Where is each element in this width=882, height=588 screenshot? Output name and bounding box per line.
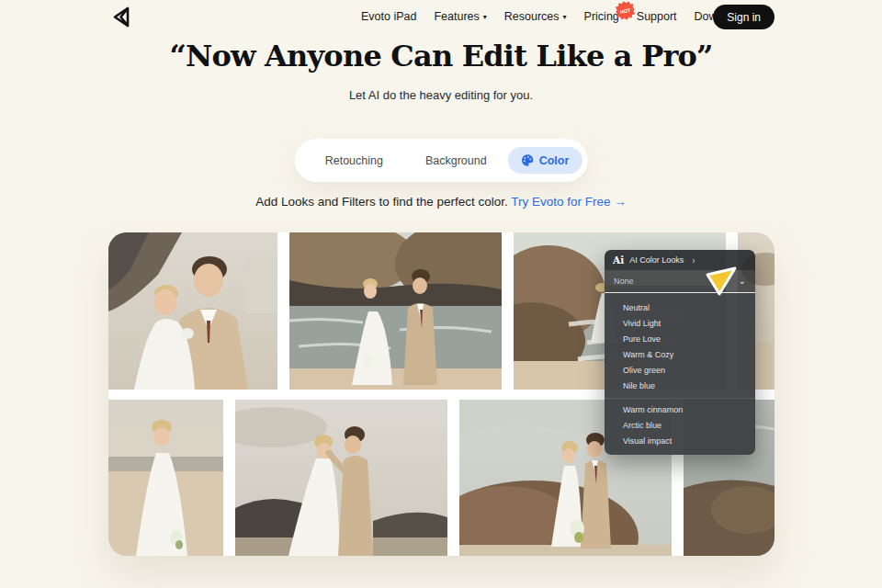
evoto-logo-icon[interactable] [109, 5, 134, 29]
arrow-right-icon: → [614, 195, 627, 209]
panel-title: AI Color Looks [629, 255, 684, 265]
cta-line: Add Looks and Filters to find the perfec… [0, 195, 882, 209]
nav-item-features[interactable]: Features▾ [434, 10, 486, 23]
nav-item-evoto-ipad[interactable]: Evoto iPad [361, 10, 416, 23]
chevron-down-icon: ▾ [483, 13, 487, 21]
nav-item-resources[interactable]: Resources▾ [504, 10, 567, 23]
page-title: “Now Anyone Can Edit Like a Pro” [0, 39, 882, 74]
chevron-down-icon: ▾ [563, 13, 567, 21]
look-option-arctic-blue[interactable]: Arctic blue [605, 418, 755, 434]
look-option-pure-love[interactable]: Pure Love [605, 332, 755, 347]
nav-item-pricing[interactable]: PricingHOT [584, 10, 619, 23]
look-option-vivid-light[interactable]: Vivid Light [605, 316, 755, 332]
page-subtitle: Let AI do the heavy editing for you. [0, 88, 882, 102]
chevron-right-icon: › [692, 255, 695, 266]
tab-retouching[interactable]: Retouching [304, 154, 404, 167]
list-divider [605, 398, 755, 399]
tab-color[interactable]: Color [508, 147, 582, 174]
look-option-visual-impact[interactable]: Visual impact [605, 434, 755, 449]
landing-page: Evoto iPad Features▾ Resources▾ PricingH… [0, 0, 882, 588]
photo-couple-embrace [235, 400, 447, 556]
ai-logo-icon: Ai [613, 254, 624, 266]
look-option-olive-green[interactable]: Olive green [605, 363, 755, 379]
photo-couple-walking-shore [289, 232, 502, 390]
chevron-down-icon: ⌄ [739, 277, 746, 285]
main-nav: Evoto iPad Features▾ Resources▾ PricingH… [361, 0, 745, 33]
try-evoto-link[interactable]: Try Evoto for Free → [511, 195, 627, 209]
look-option-neutral[interactable]: Neutral [605, 300, 755, 316]
photo-collage-card: Ai AI Color Looks › None ⌄ Neutral Vivid… [108, 232, 775, 556]
feature-tabs: Retouching Background Color [295, 139, 588, 182]
palette-icon [521, 153, 535, 167]
look-option-warm-cinnamon[interactable]: Warm cinnamon [605, 402, 755, 418]
nav-item-support[interactable]: Support [637, 10, 677, 23]
looks-dropdown-list: Neutral Vivid Light Pure Love Warm & Coz… [605, 293, 755, 455]
photo-bride-beach [108, 400, 223, 556]
photo-couple-portrait [108, 232, 277, 390]
tab-color-label: Color [539, 154, 570, 167]
cta-text: Add Looks and Filters to find the perfec… [255, 195, 508, 209]
tab-background[interactable]: Background [404, 154, 508, 167]
selected-look: None [614, 277, 634, 286]
look-option-warm-cozy[interactable]: Warm & Cozy [605, 347, 755, 363]
look-option-nile-blue[interactable]: Nile blue [605, 379, 755, 394]
yellow-pointer-cursor-icon [704, 266, 739, 302]
sign-in-button[interactable]: Sign in [713, 5, 775, 29]
